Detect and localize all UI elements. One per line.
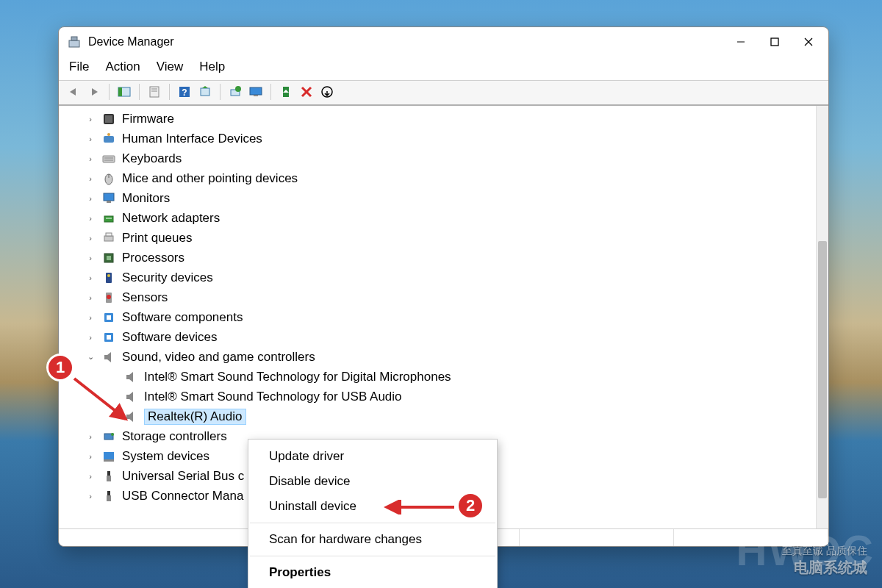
tree-node[interactable]: ⌄Sound, video and game controllers — [59, 347, 816, 367]
node-label: Software components — [122, 310, 243, 325]
expander-icon[interactable]: › — [85, 293, 96, 303]
expander-icon[interactable]: › — [85, 193, 96, 204]
disable-device-button[interactable] — [318, 84, 336, 100]
minimize-button[interactable] — [724, 28, 758, 56]
menu-divider — [250, 523, 495, 523]
menu-help[interactable]: Help — [199, 60, 225, 74]
context-menu-item[interactable]: Update driver — [248, 444, 497, 469]
node-label: Intel® Smart Sound Technology for USB Au… — [144, 390, 402, 404]
expander-icon[interactable]: › — [85, 471, 96, 481]
watermark-text: 至真至诚 品质保住 电脑系统城 — [782, 545, 867, 578]
device-icon — [101, 211, 116, 226]
tree-node[interactable]: ›Processors — [59, 248, 816, 268]
tree-node[interactable]: ›Software devices — [59, 327, 816, 347]
expander-icon[interactable]: › — [85, 431, 96, 442]
svg-rect-0 — [69, 40, 79, 47]
annotation-arrow-2 — [381, 500, 462, 514]
svg-rect-38 — [107, 256, 111, 260]
svg-rect-36 — [106, 233, 112, 236]
expander-icon[interactable]: › — [85, 114, 96, 124]
svg-rect-32 — [107, 201, 111, 203]
svg-rect-52 — [107, 476, 111, 481]
enable-device-button[interactable] — [277, 84, 295, 100]
expander-icon[interactable]: › — [85, 233, 96, 243]
tree-node[interactable]: ›Firmware — [59, 109, 816, 129]
svg-rect-35 — [104, 236, 113, 241]
properties-button[interactable] — [146, 84, 163, 100]
tree-node[interactable]: ›Mice and other pointing devices — [59, 168, 816, 188]
menu-view[interactable]: View — [157, 60, 184, 74]
tree-child-node[interactable]: Intel® Smart Sound Technology for Digita… — [59, 367, 816, 387]
svg-rect-44 — [107, 315, 111, 320]
maximize-button[interactable] — [758, 28, 792, 56]
expander-icon[interactable]: › — [85, 491, 96, 501]
device-icon — [101, 429, 116, 444]
svg-point-48 — [111, 433, 114, 436]
expander-icon[interactable]: › — [85, 154, 96, 164]
uninstall-device-button[interactable] — [298, 84, 315, 100]
scan-button[interactable] — [196, 84, 214, 100]
svg-rect-50 — [104, 459, 114, 462]
monitor-button[interactable] — [247, 84, 265, 100]
tree-node[interactable]: ›Human Interface Devices — [59, 129, 816, 148]
titlebar: Device Manager — [59, 27, 828, 57]
show-hide-tree-button[interactable] — [115, 84, 133, 100]
node-label: Security devices — [122, 270, 213, 285]
svg-rect-54 — [107, 495, 111, 501]
device-icon — [101, 310, 116, 325]
expander-icon[interactable]: › — [85, 273, 96, 283]
tree-node[interactable]: ›Sensors — [59, 287, 816, 307]
svg-point-15 — [235, 86, 241, 92]
context-menu-item[interactable]: Disable device — [248, 469, 497, 494]
forward-button[interactable] — [85, 84, 103, 100]
update-driver-button[interactable] — [226, 84, 244, 100]
node-label: Universal Serial Bus c — [122, 469, 244, 484]
scrollbar-thumb[interactable] — [818, 241, 827, 498]
svg-rect-33 — [104, 216, 113, 222]
device-icon — [101, 251, 116, 265]
expander-icon[interactable]: › — [85, 332, 96, 343]
node-label: Processors — [122, 251, 184, 265]
menu-file[interactable]: File — [69, 60, 89, 74]
expander-icon[interactable]: › — [85, 312, 96, 323]
expander-icon[interactable]: › — [85, 213, 96, 223]
svg-point-42 — [107, 295, 111, 299]
back-button[interactable] — [65, 84, 82, 100]
expander-icon[interactable]: › — [85, 253, 96, 263]
context-menu-item[interactable]: Properties — [248, 560, 497, 585]
tree-node[interactable]: ›Software components — [59, 307, 816, 327]
menu-divider — [250, 556, 495, 556]
device-icon — [101, 191, 116, 206]
vertical-scrollbar[interactable] — [816, 106, 828, 528]
help-button[interactable]: ? — [176, 84, 193, 100]
annotation-marker-2: 2 — [456, 492, 484, 520]
expander-icon[interactable]: › — [85, 134, 96, 144]
tree-node[interactable]: ›Network adapters — [59, 208, 816, 228]
menu-action[interactable]: Action — [105, 60, 140, 74]
tree-node[interactable]: ›Print queues — [59, 228, 816, 248]
svg-rect-31 — [104, 193, 114, 201]
node-label: Keyboards — [122, 151, 182, 166]
svg-rect-46 — [107, 335, 111, 340]
svg-rect-17 — [254, 95, 258, 96]
node-label: Firmware — [122, 112, 174, 126]
node-label: Intel® Smart Sound Technology for Digita… — [144, 370, 451, 384]
expander-icon[interactable]: › — [85, 451, 96, 462]
device-icon — [101, 231, 116, 245]
tree-node[interactable]: ›Keyboards — [59, 148, 816, 168]
context-menu-item[interactable]: Scan for hardware changes — [248, 527, 497, 552]
tree-node[interactable]: ›Monitors — [59, 188, 816, 208]
close-button[interactable] — [792, 28, 825, 56]
node-label: Monitors — [122, 191, 170, 206]
tree-child-node[interactable]: Realtek(R) Audio — [59, 406, 816, 426]
tree-node[interactable]: ›Security devices — [59, 268, 816, 287]
expander-icon[interactable]: › — [85, 173, 96, 184]
node-label: Sound, video and game controllers — [122, 350, 315, 365]
device-icon — [101, 469, 116, 484]
tree-child-node[interactable]: Intel® Smart Sound Technology for USB Au… — [59, 387, 816, 406]
svg-rect-51 — [107, 471, 110, 476]
device-icon — [101, 151, 116, 166]
svg-point-25 — [107, 133, 110, 136]
toolbar: ? — [59, 80, 828, 105]
expander-icon[interactable]: ⌄ — [85, 352, 96, 362]
